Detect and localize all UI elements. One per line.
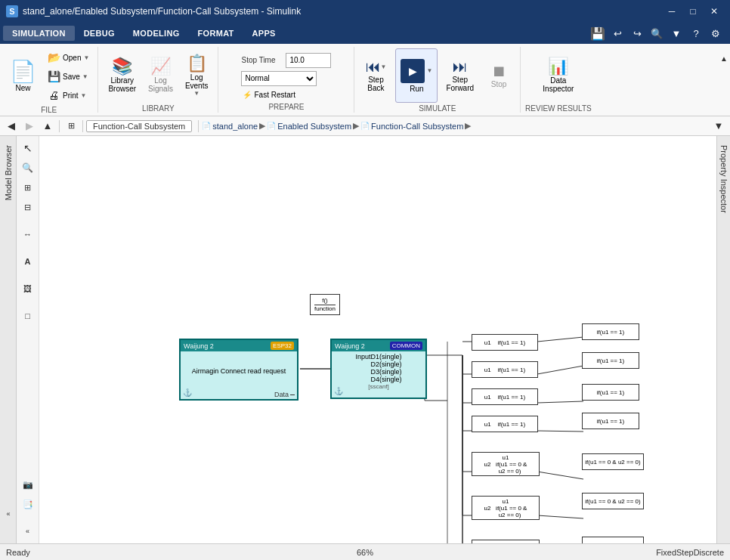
simulation-mode-select[interactable]: Normal Accelerator Rapid Accelerator	[241, 71, 317, 86]
collapse-tools-button[interactable]: «	[19, 522, 37, 540]
data-inspector-label: DataInspector	[543, 76, 574, 93]
out4-block[interactable]: if(u1 == 1)	[582, 413, 639, 429]
ribbon-help-btn[interactable]: ?	[688, 25, 704, 42]
out6-block[interactable]: if(u1 == 0 & u2 == 0)	[582, 493, 644, 509]
ribbon-save-btn[interactable]: 💾	[589, 25, 606, 42]
rel2-block[interactable]: u1 if(u1 == 1)	[472, 361, 538, 378]
simulation-mode-field: Normal Accelerator Rapid Accelerator	[241, 71, 317, 86]
connect-tool[interactable]: ↔	[19, 225, 37, 243]
canvas-area[interactable]: f() function Waijung 2 ESP32 Airmagin Co…	[39, 136, 716, 543]
image-tool[interactable]: 🖼	[19, 280, 37, 298]
breadcrumb-icon-1: 📄	[202, 122, 211, 130]
box-tool[interactable]: □	[19, 307, 37, 325]
run-button[interactable]: ▶ ▼ Run	[395, 48, 438, 103]
out5-block[interactable]: if(u1 == 0 & u2 == 0)	[582, 453, 644, 470]
menu-bar: SIMULATION DEBUG MODELING FORMAT APPS 💾 …	[0, 23, 730, 44]
window-controls: ─ □ ✕	[662, 3, 724, 20]
ribbon-group-prepare: Stop Time Normal Accelerator Rapid Accel…	[218, 47, 354, 113]
open-button[interactable]: 📂 Open ▼	[43, 48, 93, 67]
waijung2-block[interactable]: Waijung 2 COMMON Input D1(single) D2(sin…	[330, 339, 427, 399]
breadcrumb-item-2[interactable]: Enabled Subsystem	[277, 122, 351, 131]
menu-apps[interactable]: APPS	[243, 26, 285, 41]
property-inspector-label[interactable]: Property Inspector	[718, 139, 730, 219]
back-button[interactable]: ◀	[3, 118, 20, 135]
stop-time-field: Stop Time	[241, 53, 331, 68]
step-forward-button[interactable]: ⏭ StepForward	[441, 48, 479, 103]
fast-restart-button[interactable]: ⚡ Fast Restart	[241, 89, 296, 101]
rel4-block[interactable]: u1 if(u1 == 1)	[472, 416, 538, 432]
waijung2-link-icon: ⚓	[334, 387, 343, 395]
out7-block[interactable]: if(u1 == 1 & u2 == 1)	[582, 537, 644, 543]
breadcrumb-item-3[interactable]: Function-Call Subsystem	[371, 122, 463, 131]
rel3-block[interactable]: u1 if(u1 == 1)	[472, 388, 538, 405]
step-forward-icon: ⏭	[453, 59, 468, 74]
log-events-label: LogEvents	[185, 73, 209, 90]
step-back-dropdown: ▼	[381, 63, 387, 70]
step-back-button[interactable]: ⏮ ▼ StepBack	[359, 48, 392, 103]
status-ready: Ready	[6, 548, 656, 557]
select-tool[interactable]: ↖	[19, 139, 37, 157]
log-signals-button[interactable]: 📈 LogSignals	[143, 48, 178, 103]
ribbon-settings-btn[interactable]: ⚙	[707, 25, 724, 42]
minimize-button[interactable]: ─	[662, 3, 682, 20]
toolbar: ◀ ▶ ▲ ⊞ Function-Call Subsystem 📄 stand_…	[0, 116, 730, 136]
log-events-button[interactable]: 📋 LogEvents ▼	[180, 48, 214, 103]
library-browser-button[interactable]: 📚 LibraryBrowser	[103, 48, 141, 103]
out2-block[interactable]: if(u1 == 1)	[582, 352, 639, 369]
layers-tool[interactable]: 📑	[19, 495, 37, 513]
close-button[interactable]: ✕	[704, 3, 724, 20]
out3-block[interactable]: if(u1 == 1)	[582, 384, 639, 401]
fit-view-button[interactable]: ⊞	[63, 118, 79, 135]
forward-button[interactable]: ▶	[21, 118, 38, 135]
maximize-button[interactable]: □	[683, 3, 703, 20]
collapse-left-button[interactable]: «	[2, 507, 15, 521]
rel7-block[interactable]: u1 u2 if(u1 == 1 & u2 == 1)	[472, 540, 540, 543]
rel1-block[interactable]: u1 if(u1 == 1)	[472, 334, 538, 351]
rel5-block[interactable]: u1 u2 if(u1 == 0 & u2 == 0)	[472, 452, 540, 476]
print-button[interactable]: 🖨 Print ▼	[43, 86, 93, 104]
breadcrumb-sep-2: ▶	[353, 121, 359, 131]
rel6-block[interactable]: u1 u2 if(u1 == 0 & u2 == 0)	[472, 496, 540, 520]
zoom-fit-tool[interactable]: ⊞	[19, 178, 37, 196]
data-inspector-button[interactable]: 📊 DataInspector	[537, 48, 579, 103]
left-sidebar: Model Browser «	[0, 136, 17, 543]
step-back-icon: ⏮	[366, 59, 381, 74]
waijung1-block[interactable]: Waijung 2 ESP32 Airmagin Connect read re…	[179, 339, 298, 401]
title-bar: S stand_alone/Enabled Subsystem/Function…	[0, 0, 730, 23]
collapse-ribbon-button[interactable]: ▲	[718, 50, 730, 67]
open-icon: 📂	[47, 51, 60, 64]
ribbon-search-btn[interactable]: 🔍	[648, 25, 665, 42]
zoom-in-tool[interactable]: 🔍	[19, 159, 37, 177]
fast-restart-label: Fast Restart	[254, 91, 295, 99]
function-block[interactable]: f() function	[310, 294, 340, 315]
ribbon: 📄 New 📂 Open ▼ 💾 Save ▼ 🖨 Print ▼	[0, 44, 730, 116]
menu-format[interactable]: FORMAT	[189, 26, 243, 41]
stop-time-input[interactable]	[286, 53, 331, 68]
ribbon-redo-btn[interactable]: ↪	[629, 25, 645, 42]
ribbon-more-btn[interactable]: ▼	[668, 25, 685, 42]
new-label: New	[15, 84, 30, 92]
zoom-level: 66%	[357, 548, 373, 557]
breadcrumb-item-1[interactable]: stand_alone	[212, 122, 258, 131]
stop-button[interactable]: ⏹ Stop	[482, 48, 515, 103]
svg-line-18	[537, 366, 583, 374]
zoom-out-tool[interactable]: ⊟	[19, 198, 37, 216]
out1-block[interactable]: if(u1 == 1)	[582, 323, 639, 340]
log-events-icon: 📋	[187, 55, 207, 72]
ribbon-undo-btn[interactable]: ↩	[609, 25, 626, 42]
menu-simulation[interactable]: SIMULATION	[3, 26, 75, 41]
text-tool[interactable]: A	[19, 252, 37, 271]
screenshot-tool[interactable]: 📷	[19, 475, 37, 493]
breadcrumb-icon-3: 📄	[360, 122, 370, 130]
toolbar-more-button[interactable]: ▼	[710, 118, 727, 135]
svg-line-22	[537, 515, 583, 518]
model-browser-label[interactable]: Model Browser	[2, 139, 15, 206]
library-icon: 📚	[112, 58, 132, 75]
menu-debug[interactable]: DEBUG	[75, 26, 124, 41]
up-button[interactable]: ▲	[39, 118, 56, 135]
fast-restart-icon: ⚡	[243, 91, 252, 99]
new-button[interactable]: 📄 New	[5, 49, 42, 104]
menu-modeling[interactable]: MODELING	[124, 26, 189, 41]
save-button[interactable]: 💾 Save ▼	[43, 67, 93, 85]
main-layout: Model Browser « ↖ 🔍 ⊞ ⊟ ↔ A 🖼 □ 📷 📑 «	[0, 136, 730, 543]
